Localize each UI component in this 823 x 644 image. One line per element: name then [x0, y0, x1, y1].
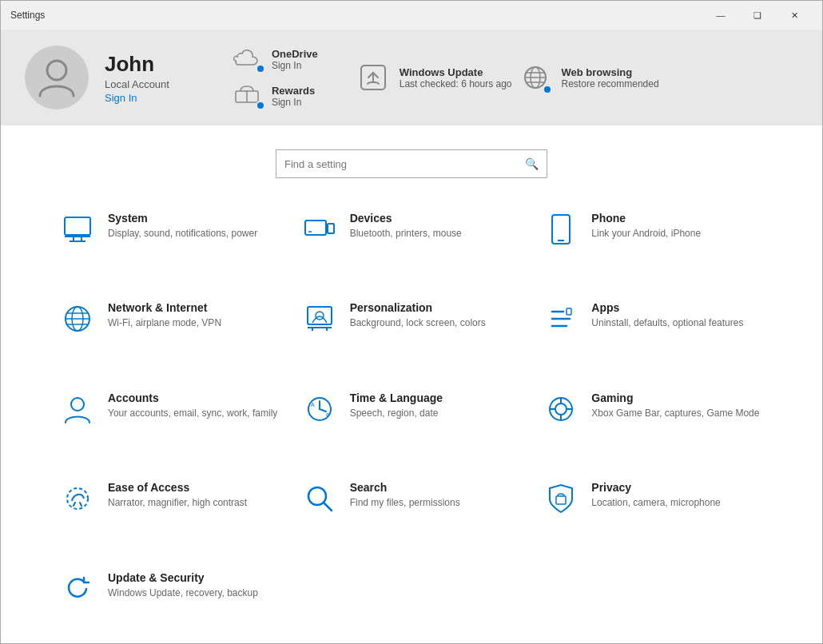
- privacy-text: Privacy Location, camera, microphone: [591, 481, 720, 510]
- web-browsing-icon-wrap: [520, 62, 551, 93]
- svg-point-31: [71, 398, 84, 411]
- svg-text:a: a: [326, 411, 329, 417]
- windows-update-sub: Last checked: 6 hours ago: [400, 78, 512, 89]
- web-browsing-sub: Restore recommended: [562, 78, 659, 89]
- onedrive-icon-wrap: [233, 46, 264, 72]
- search-input[interactable]: [284, 158, 525, 170]
- setting-item-time[interactable]: Aa Time & Language Speech, region, date: [291, 374, 533, 463]
- windows-update-text: Windows Update Last checked: 6 hours ago: [400, 66, 512, 89]
- search-name: Search: [350, 481, 460, 494]
- system-desc: Display, sound, notifications, power: [108, 227, 257, 241]
- onedrive-name: OneDrive: [272, 48, 318, 60]
- update-name: Update & Security: [108, 571, 258, 584]
- onedrive-sub: Sign In: [272, 60, 318, 71]
- maximize-button[interactable]: ❑: [739, 1, 776, 30]
- titlebar-controls: — ❑ ✕: [702, 1, 813, 30]
- devices-desc: Bluetooth, printers, mouse: [350, 227, 462, 241]
- search-icon: [302, 481, 337, 516]
- privacy-name: Privacy: [591, 481, 720, 494]
- windows-update-section[interactable]: Windows Update Last checked: 6 hours ago: [358, 62, 512, 93]
- update-icon: [60, 571, 95, 606]
- phone-desc: Link your Android, iPhone: [591, 227, 701, 241]
- setting-item-phone[interactable]: Phone Link your Android, iPhone: [532, 194, 774, 284]
- svg-line-34: [320, 409, 326, 411]
- phone-icon: [543, 212, 578, 247]
- network-text: Network & Internet Wi-Fi, airplane mode,…: [108, 301, 221, 330]
- ease-name: Ease of Access: [108, 481, 247, 494]
- onedrive-service[interactable]: OneDrive Sign In: [233, 46, 318, 72]
- time-text: Time & Language Speech, region, date: [350, 392, 443, 420]
- phone-name: Phone: [591, 212, 701, 225]
- setting-item-update[interactable]: Update & Security Windows Update, recove…: [49, 554, 291, 643]
- setting-item-privacy[interactable]: Privacy Location, camera, microphone: [532, 463, 774, 553]
- profile-area: John Local Account Sign In OneDrive Sign…: [1, 30, 822, 125]
- gaming-icon: [543, 392, 578, 427]
- setting-item-system[interactable]: System Display, sound, notifications, po…: [49, 194, 291, 284]
- accounts-name: Accounts: [108, 392, 277, 404]
- apps-name: Apps: [591, 301, 743, 314]
- minimize-button[interactable]: —: [702, 1, 739, 30]
- svg-rect-24: [308, 307, 332, 324]
- privacy-desc: Location, camera, microphone: [591, 496, 720, 510]
- accounts-icon: [60, 392, 95, 427]
- phone-text: Phone Link your Android, iPhone: [591, 212, 701, 241]
- profile-account-type: Local Account: [105, 78, 169, 90]
- setting-item-devices[interactable]: Devices Bluetooth, printers, mouse: [291, 194, 533, 284]
- setting-item-ease[interactable]: Ease of Access Narrator, magnifier, high…: [49, 463, 291, 553]
- web-browsing-section[interactable]: Web browsing Restore recommended: [520, 62, 659, 93]
- setting-item-search[interactable]: Search Find my files, permissions: [291, 463, 533, 553]
- setting-item-network[interactable]: Network & Internet Wi-Fi, airplane mode,…: [49, 284, 291, 373]
- svg-rect-15: [328, 224, 334, 233]
- search-area: 🔍: [1, 125, 822, 194]
- personalization-desc: Background, lock screen, colors: [350, 316, 486, 330]
- windows-update-icon: [358, 62, 388, 93]
- rewards-service[interactable]: Rewards Sign In: [233, 83, 318, 109]
- rewards-text: Rewards Sign In: [272, 85, 315, 108]
- update-text: Update & Security Windows Update, recove…: [108, 571, 258, 600]
- svg-text:A: A: [311, 402, 315, 407]
- setting-item-apps[interactable]: Apps Uninstall, defaults, optional featu…: [532, 284, 774, 373]
- personalization-icon: [302, 301, 337, 336]
- rewards-name: Rewards: [272, 85, 315, 97]
- setting-item-personalization[interactable]: Personalization Background, lock screen,…: [291, 284, 533, 373]
- search-box: 🔍: [276, 149, 547, 178]
- windows-update-name: Windows Update: [400, 66, 512, 78]
- ease-icon: [60, 481, 95, 516]
- time-desc: Speech, region, date: [350, 407, 443, 420]
- search-icon: 🔍: [525, 157, 539, 170]
- network-icon: [60, 301, 95, 336]
- time-name: Time & Language: [350, 392, 443, 404]
- profile-name: John: [105, 52, 169, 77]
- svg-rect-30: [567, 308, 571, 315]
- rewards-dot: [256, 101, 265, 110]
- profile-signin-link[interactable]: Sign In: [105, 92, 169, 104]
- svg-point-26: [316, 312, 324, 320]
- apps-icon: [543, 301, 578, 336]
- settings-grid: System Display, sound, notifications, po…: [1, 194, 822, 643]
- svg-point-0: [47, 61, 66, 80]
- devices-icon: [302, 212, 337, 247]
- web-browsing-text: Web browsing Restore recommended: [562, 66, 659, 89]
- svg-line-45: [324, 503, 332, 511]
- system-text: System Display, sound, notifications, po…: [108, 212, 257, 241]
- system-name: System: [108, 212, 257, 225]
- ease-desc: Narrator, magnifier, high contrast: [108, 496, 247, 510]
- svg-point-38: [555, 403, 567, 415]
- setting-item-accounts[interactable]: Accounts Your accounts, email, sync, wor…: [49, 374, 291, 463]
- gaming-name: Gaming: [591, 392, 759, 404]
- web-browsing-name: Web browsing: [562, 66, 659, 78]
- close-button[interactable]: ✕: [776, 1, 813, 30]
- profile-info: John Local Account Sign In: [105, 52, 169, 104]
- devices-name: Devices: [350, 212, 462, 225]
- apps-desc: Uninstall, defaults, optional features: [591, 316, 743, 330]
- time-icon: Aa: [302, 392, 337, 427]
- rewards-sub: Sign In: [272, 97, 315, 108]
- personalization-text: Personalization Background, lock screen,…: [350, 301, 486, 330]
- network-desc: Wi-Fi, airplane mode, VPN: [108, 316, 221, 330]
- onedrive-dot: [256, 64, 265, 74]
- setting-item-gaming[interactable]: Gaming Xbox Game Bar, captures, Game Mod…: [532, 374, 774, 463]
- svg-rect-14: [305, 221, 326, 235]
- apps-text: Apps Uninstall, defaults, optional featu…: [591, 301, 743, 330]
- ease-text: Ease of Access Narrator, magnifier, high…: [108, 481, 247, 510]
- svg-rect-46: [556, 496, 566, 504]
